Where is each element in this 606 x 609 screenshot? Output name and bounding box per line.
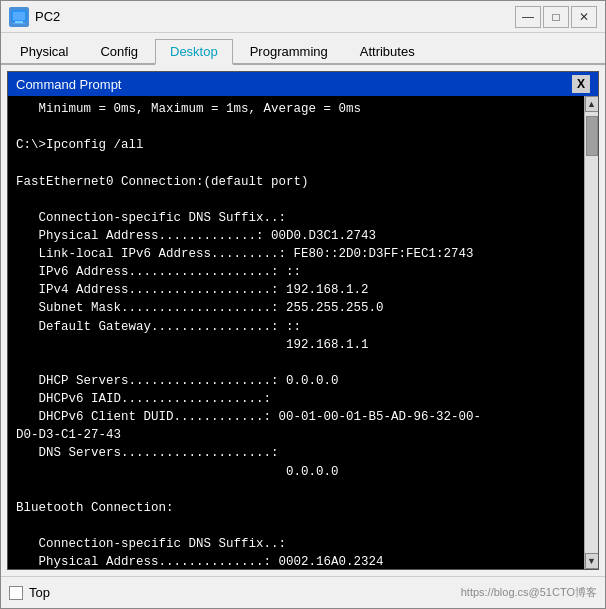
minimize-button[interactable]: —: [515, 6, 541, 28]
bottom-bar: Top https://blog.cs@51CTO博客: [1, 576, 605, 608]
tab-config[interactable]: Config: [85, 39, 153, 65]
cmd-title: Command Prompt: [16, 77, 121, 92]
cmd-title-bar: Command Prompt X: [8, 72, 598, 96]
scrollbar[interactable]: ▲ ▼: [584, 96, 598, 569]
cmd-window: Command Prompt X Minimum = 0ms, Maximum …: [7, 71, 599, 570]
main-content: Command Prompt X Minimum = 0ms, Maximum …: [1, 65, 605, 576]
scroll-up-arrow[interactable]: ▲: [585, 96, 599, 112]
title-bar: PC2 — □ ✕: [1, 1, 605, 33]
cmd-body-wrapper: Minimum = 0ms, Maximum = 1ms, Average = …: [8, 96, 598, 569]
app-icon: [9, 7, 29, 27]
svg-rect-1: [15, 21, 23, 23]
cmd-output[interactable]: Minimum = 0ms, Maximum = 1ms, Average = …: [8, 96, 584, 569]
scrollbar-thumb[interactable]: [586, 116, 598, 156]
svg-rect-2: [13, 23, 25, 24]
tab-programming[interactable]: Programming: [235, 39, 343, 65]
close-window-button[interactable]: ✕: [571, 6, 597, 28]
tab-physical[interactable]: Physical: [5, 39, 83, 65]
scrollbar-track[interactable]: [585, 112, 598, 553]
tab-desktop[interactable]: Desktop: [155, 39, 233, 65]
watermark: https://blog.cs@51CTO博客: [461, 585, 597, 600]
svg-rect-0: [12, 11, 26, 21]
top-checkbox[interactable]: [9, 586, 23, 600]
maximize-button[interactable]: □: [543, 6, 569, 28]
scroll-down-arrow[interactable]: ▼: [585, 553, 599, 569]
tab-attributes[interactable]: Attributes: [345, 39, 430, 65]
top-label: Top: [29, 585, 50, 600]
main-window: PC2 — □ ✕ Physical Config Desktop Progra…: [0, 0, 606, 609]
tab-bar: Physical Config Desktop Programming Attr…: [1, 33, 605, 65]
cmd-close-button[interactable]: X: [572, 75, 590, 93]
window-title: PC2: [35, 9, 515, 24]
window-controls: — □ ✕: [515, 6, 597, 28]
